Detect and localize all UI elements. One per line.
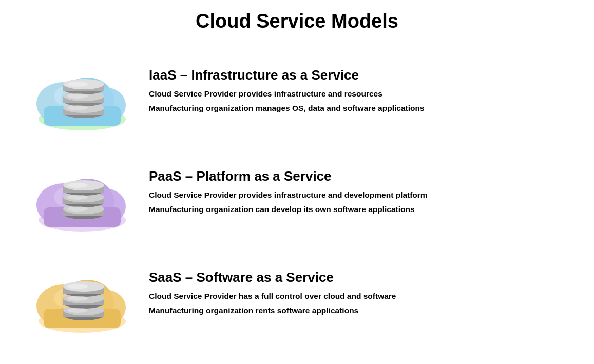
iaas-icon-area — [26, 46, 139, 136]
iaas-desc2: Manufacturing organization manages OS, d… — [149, 103, 568, 114]
paas-title: PaaS – Platform as a Service — [149, 168, 568, 184]
svg-point-16 — [67, 93, 88, 99]
iaas-title: IaaS – Infrastructure as a Service — [149, 67, 568, 83]
svg-point-34 — [67, 195, 88, 200]
iaas-row: IaaS – Infrastructure as a Service Cloud… — [21, 42, 573, 140]
svg-point-53 — [67, 308, 88, 313]
saas-icon — [28, 252, 136, 334]
paas-icon-area — [26, 147, 139, 237]
page-title: Cloud Service Models — [196, 10, 398, 32]
iaas-desc1: Cloud Service Provider provides infrastr… — [149, 88, 568, 100]
paas-desc1: Cloud Service Provider provides infrastr… — [149, 189, 568, 201]
svg-point-15 — [67, 82, 88, 87]
svg-point-33 — [67, 183, 88, 188]
paas-desc2: Manufacturing organization can develop i… — [149, 204, 568, 215]
saas-desc1: Cloud Service Provider has a full contro… — [149, 291, 568, 302]
saas-row: SaaS – Software as a Service Cloud Servi… — [21, 244, 573, 342]
svg-point-51 — [67, 284, 88, 289]
iaas-text: IaaS – Infrastructure as a Service Cloud… — [149, 67, 568, 113]
saas-title: SaaS – Software as a Service — [149, 270, 568, 285]
page-container: Cloud Service Models — [0, 0, 594, 364]
svg-point-35 — [67, 206, 88, 212]
iaas-icon — [28, 50, 136, 132]
paas-row: PaaS – Platform as a Service Cloud Servi… — [21, 143, 573, 241]
models-container: IaaS – Infrastructure as a Service Cloud… — [21, 42, 573, 342]
svg-point-17 — [67, 105, 88, 110]
svg-point-52 — [67, 296, 88, 301]
paas-text: PaaS – Platform as a Service Cloud Servi… — [149, 168, 568, 215]
saas-text: SaaS – Software as a Service Cloud Servi… — [149, 270, 568, 316]
paas-icon — [28, 151, 136, 233]
saas-icon-area — [26, 248, 139, 338]
saas-desc2: Manufacturing organization rents softwar… — [149, 305, 568, 316]
